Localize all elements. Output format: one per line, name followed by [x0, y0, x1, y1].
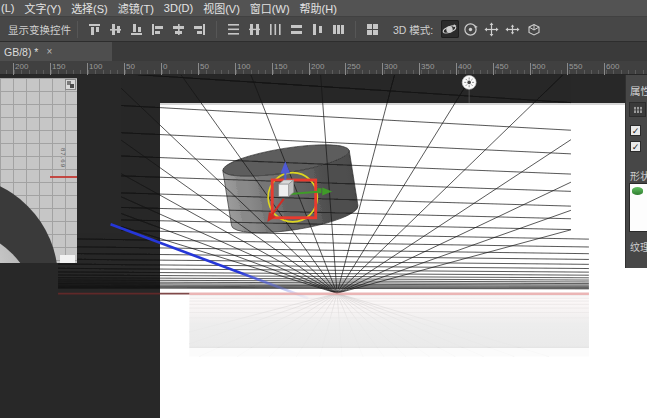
menu-bar: (L)文字(Y)选择(S)滤镜(T)3D(D)视图(V)窗口(W)帮助(H)	[0, 0, 647, 17]
shape-preset-swatch[interactable]	[629, 183, 647, 232]
secondary-view-corner	[60, 255, 75, 263]
align-top-icon[interactable]	[86, 20, 104, 38]
ruler-tick: 550	[569, 62, 582, 71]
menu-item-0[interactable]: (L)	[0, 2, 19, 14]
ruler-tick: 200	[311, 62, 324, 71]
shape-preset-label: 形状	[630, 168, 647, 183]
ruler-tick: 350	[421, 62, 434, 71]
ruler-tick: 150	[274, 62, 287, 71]
document-tab[interactable]: GB/8) * ×	[0, 42, 112, 61]
menu-item-1[interactable]: 文字(Y)	[19, 0, 66, 16]
ruler-tick: 100	[89, 62, 102, 71]
distribute-bottom-icon[interactable]	[267, 20, 285, 38]
measurement-label: 87.69	[60, 148, 66, 168]
align-hcenter-icon[interactable]	[170, 20, 188, 38]
texture-label: 纹理	[630, 239, 647, 254]
distribute-hcenter-icon[interactable]	[309, 20, 327, 38]
ruler-tick: 600	[606, 62, 619, 71]
ruler-tick: 500	[532, 62, 545, 71]
photoshop-window: (L)文字(Y)选择(S)滤镜(T)3D(D)视图(V)窗口(W)帮助(H) 显…	[0, 0, 647, 418]
tool-options-bar: 显示变换控件 3D 模式:	[0, 17, 647, 42]
properties-panel: 属性 ✓ ✓ 形状 纹理	[625, 75, 647, 268]
distribute-right-icon[interactable]	[330, 20, 348, 38]
ruler-tick: 150	[52, 62, 65, 71]
secondary-3d-view[interactable]: 87.69	[0, 78, 77, 263]
gizmo-center-cube[interactable]	[279, 180, 294, 196]
slide-3d-mode-icon[interactable]	[504, 20, 522, 38]
ruler-tick: 50	[200, 62, 209, 71]
roll-3d-mode-icon[interactable]	[462, 20, 480, 38]
scale-3d-mode-icon[interactable]	[525, 20, 543, 38]
align-right-icon[interactable]	[191, 20, 209, 38]
orbit-3d-mode-icon[interactable]	[441, 20, 459, 38]
separator	[355, 21, 356, 38]
document-tab-title: GB/8) *	[4, 46, 38, 58]
checkbox-2[interactable]: ✓	[630, 141, 641, 152]
pan-3d-mode-icon[interactable]	[483, 20, 501, 38]
menu-item-5[interactable]: 视图(V)	[198, 0, 245, 16]
3d-light-widget[interactable]	[462, 75, 476, 102]
checkbox-1[interactable]: ✓	[630, 125, 641, 136]
align-left-icon[interactable]	[149, 20, 167, 38]
ruler-tick: 0	[163, 62, 167, 71]
document-tab-bar: GB/8) * ×	[0, 42, 647, 61]
swap-view-icon[interactable]	[65, 79, 76, 90]
menu-item-4[interactable]: 3D(D)	[159, 2, 198, 14]
properties-panel-title: 属性	[630, 83, 647, 98]
distribute-icon-group	[223, 20, 349, 38]
3d-mode-icon-group	[439, 20, 544, 38]
auto-align-icon[interactable]	[364, 20, 382, 38]
separator	[216, 21, 217, 38]
distribute-left-icon[interactable]	[288, 20, 306, 38]
ruler-tick: 450	[495, 62, 508, 71]
3d-mode-label: 3D 模式:	[393, 22, 433, 37]
ruler-tick: 300	[384, 62, 397, 71]
horizontal-ruler: 2001501005005010015020025030035040045050…	[0, 61, 647, 75]
separator	[77, 21, 78, 38]
mesh-icon[interactable]	[629, 102, 646, 117]
menu-item-2[interactable]: 选择(S)	[66, 0, 113, 16]
distribute-vcenter-icon[interactable]	[246, 20, 264, 38]
menu-item-3[interactable]: 滤镜(T)	[113, 0, 159, 16]
align-icon-group	[84, 20, 210, 38]
ruler-tick: 100	[237, 62, 250, 71]
menu-item-6[interactable]: 窗口(W)	[245, 0, 295, 16]
distribute-top-icon[interactable]	[225, 20, 243, 38]
canvas-bottom-strip	[189, 347, 589, 356]
menu-item-7[interactable]: 帮助(H)	[295, 0, 342, 16]
canvas-workspace: 87.69 属性 ✓ ✓ 形状 纹理	[0, 75, 647, 418]
horizon-fade	[189, 295, 589, 348]
ruler-tick: 200	[15, 62, 28, 71]
ruler-tick: 50	[126, 62, 135, 71]
align-bottom-icon[interactable]	[128, 20, 146, 38]
align-vcenter-icon[interactable]	[107, 20, 125, 38]
measurement-line	[50, 176, 77, 178]
show-transform-controls-label[interactable]: 显示变换控件	[8, 22, 71, 37]
3d-scene	[0, 75, 647, 418]
cylinder-preset-icon	[632, 187, 643, 195]
ruler-tick: 400	[458, 62, 471, 71]
close-icon[interactable]: ×	[46, 46, 52, 57]
ruler-tick: 250	[347, 62, 360, 71]
